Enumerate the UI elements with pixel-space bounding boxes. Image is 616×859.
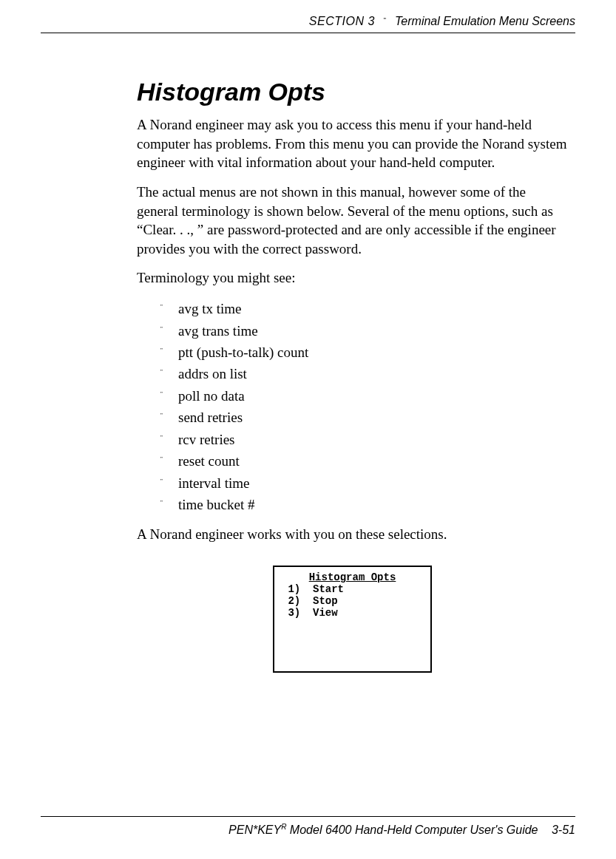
footer-product-rest: Model 6400 Hand-Held Computer User's Gui… (286, 824, 538, 836)
menu-item: 3) View (282, 607, 423, 619)
list-item: addrs on list (160, 363, 568, 384)
list-item: rcv retries (160, 429, 568, 450)
menu-box-title: Histogram Opts (282, 571, 423, 583)
header-title: Terminal Emulation Menu Screens (395, 15, 575, 28)
header-separator: " (384, 16, 386, 24)
body-paragraph-3: Terminology you might see: (137, 268, 568, 288)
page-title: Histogram Opts (137, 78, 568, 106)
footer-rule (41, 816, 575, 817)
content-area: Histogram Opts A Norand engineer may ask… (41, 33, 575, 673)
list-item: avg tx time (160, 298, 568, 319)
menu-box: Histogram Opts 1) Start 2) Stop 3) View (273, 566, 432, 673)
section-label: SECTION 3 (309, 15, 375, 28)
menu-item: 1) Start (282, 583, 423, 595)
footer-page-number: 3-51 (552, 824, 575, 836)
body-paragraph-2: The actual menus are not shown in this m… (137, 183, 568, 259)
list-item: send retries (160, 407, 568, 428)
page: SECTION 3 " Terminal Emulation Menu Scre… (0, 0, 616, 859)
list-item: interval time (160, 472, 568, 494)
page-footer: PEN*KEYR Model 6400 Hand-Held Computer U… (41, 816, 575, 837)
menu-item: 2) Stop (282, 595, 423, 607)
footer-product-prefix: PEN*KEY (229, 824, 281, 836)
body-paragraph-4: A Norand engineer works with you on thes… (137, 525, 568, 544)
menu-box-container: Histogram Opts 1) Start 2) Stop 3) View (137, 566, 568, 673)
footer-line: PEN*KEYR Model 6400 Hand-Held Computer U… (41, 823, 575, 837)
list-item: time bucket # (160, 494, 568, 515)
list-item: reset count (160, 450, 568, 472)
list-item: avg trans time (160, 320, 568, 342)
body-paragraph-1: A Norand engineer may ask you to access … (137, 115, 568, 172)
page-header: SECTION 3 " Terminal Emulation Menu Scre… (41, 15, 575, 33)
terminology-list: avg tx time avg trans time ptt (push-to-… (160, 298, 568, 515)
list-item: ptt (push-to-talk) count (160, 342, 568, 363)
list-item: poll no data (160, 385, 568, 407)
